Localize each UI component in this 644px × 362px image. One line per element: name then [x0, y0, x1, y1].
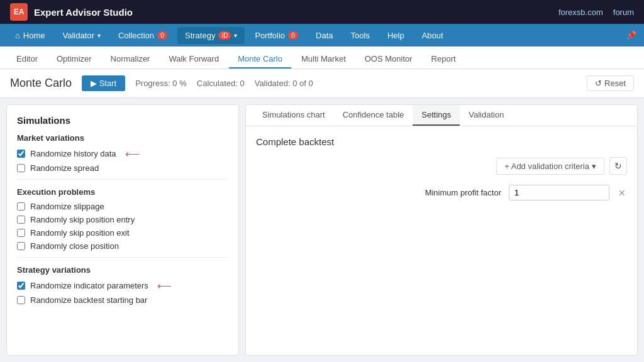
nav-item-portfolio[interactable]: Portfolio 0	[247, 27, 306, 44]
tab-normalizer[interactable]: Normalizer	[102, 50, 159, 69]
pin-icon[interactable]: 📌	[626, 30, 636, 40]
randomize-indicator-label: Randomize indicator parameters	[30, 281, 148, 290]
calculated-text: Calculated: 0	[197, 79, 245, 88]
min-profit-factor-input[interactable]	[509, 185, 609, 200]
sub-tabs: Editor Optimizer Normalizer Walk Forward…	[0, 47, 644, 69]
complete-backtest-title: Complete backtest	[256, 136, 627, 147]
tab-simulations-chart[interactable]: Simulations chart	[253, 105, 334, 126]
checkbox-randomize-slippage: Randomize slippage	[17, 202, 228, 211]
nav-item-tools[interactable]: Tools	[343, 27, 377, 44]
criteria-row: + Add validation criteria ▾ ↻	[256, 157, 627, 175]
tab-report[interactable]: Report	[423, 50, 465, 69]
min-profit-factor-label: Minimum profit factor	[425, 188, 501, 197]
checkbox-randomize-indicator: Randomize indicator parameters ⟵	[17, 280, 228, 292]
portfolio-badge: 0	[288, 31, 298, 40]
nav-item-home[interactable]: ⌂ Home	[8, 27, 53, 44]
home-icon: ⌂	[15, 31, 20, 40]
collection-badge: 0	[157, 31, 167, 40]
validated-text: Validated: 0 of 0	[255, 79, 313, 88]
page-title: Monte Carlo	[10, 77, 72, 90]
tab-oos-monitor[interactable]: OOS Monitor	[356, 50, 421, 69]
main-content: Simulations Market variations Randomize …	[0, 98, 644, 362]
nav-item-strategy[interactable]: Strategy ID ▾	[177, 27, 245, 44]
skip-exit-checkbox[interactable]	[17, 229, 25, 237]
min-profit-factor-row: Minimum profit factor ✕	[256, 185, 627, 200]
close-position-label: Randomly close position	[30, 241, 119, 251]
nav-item-collection[interactable]: Collection 0	[111, 27, 175, 44]
validator-arrow-icon: ▾	[97, 32, 101, 39]
refresh-icon: ↻	[614, 161, 622, 171]
nav-bar: ⌂ Home Validator ▾ Collection 0 Strategy…	[0, 24, 644, 47]
tab-multi-market[interactable]: Multi Market	[292, 50, 355, 69]
top-bar-left: EA Expert Advisor Studio	[10, 3, 133, 21]
left-panel: Simulations Market variations Randomize …	[6, 104, 239, 356]
skip-entry-checkbox[interactable]	[17, 216, 25, 224]
checkbox-randomize-backtest: Randomize backtest starting bar	[17, 295, 228, 305]
randomize-indicator-checkbox[interactable]	[17, 282, 25, 290]
checkbox-randomize-spread: Randomize spread	[17, 163, 228, 173]
simulations-title: Simulations	[17, 115, 228, 126]
progress-text: Progress: 0 %	[135, 79, 187, 88]
nav-item-about[interactable]: About	[414, 27, 451, 44]
skip-entry-label: Randomly skip position entry	[30, 215, 135, 224]
right-tabs: Simulations chart Confidence table Setti…	[246, 105, 637, 126]
right-panel: Simulations chart Confidence table Setti…	[245, 104, 638, 356]
page-header: Monte Carlo ▶ Start Progress: 0 % Calcul…	[0, 69, 644, 98]
indicator-arrow-indicator: ⟵	[157, 280, 172, 292]
tab-validation[interactable]: Validation	[460, 105, 513, 126]
top-bar-right: forexsb.com forum	[558, 8, 634, 17]
execution-problems-title: Execution problems	[17, 187, 228, 197]
randomize-slippage-label: Randomize slippage	[30, 202, 104, 211]
add-criteria-label: + Add validation criteria	[504, 162, 589, 171]
skip-exit-label: Randomly skip position exit	[30, 228, 130, 238]
right-content: Complete backtest + Add validation crite…	[246, 126, 637, 216]
tab-walk-forward[interactable]: Walk Forward	[160, 50, 228, 69]
strategy-variations-title: Strategy variations	[17, 265, 228, 275]
strategy-badge: ID	[218, 31, 231, 40]
randomize-spread-label: Randomize spread	[30, 163, 99, 173]
nav-item-validator[interactable]: Validator ▾	[55, 27, 108, 44]
tab-optimizer[interactable]: Optimizer	[48, 50, 101, 69]
tab-editor[interactable]: Editor	[8, 50, 47, 69]
randomize-history-label: Randomize history data	[30, 149, 116, 158]
app-title: Expert Advisor Studio	[34, 7, 133, 18]
history-arrow-indicator: ⟵	[125, 148, 140, 160]
tab-settings[interactable]: Settings	[413, 105, 460, 126]
tab-confidence-table[interactable]: Confidence table	[334, 105, 413, 126]
randomize-backtest-label: Randomize backtest starting bar	[30, 295, 147, 305]
forum-link[interactable]: forum	[613, 8, 634, 17]
forexsb-link[interactable]: forexsb.com	[558, 8, 603, 17]
checkbox-skip-exit: Randomly skip position exit	[17, 228, 228, 238]
randomize-spread-checkbox[interactable]	[17, 164, 25, 172]
refresh-button[interactable]: ↻	[609, 157, 627, 175]
reset-button[interactable]: ↺ Reset	[587, 75, 634, 91]
nav-item-help[interactable]: Help	[380, 27, 412, 44]
clear-profit-factor-button[interactable]: ✕	[617, 187, 627, 199]
add-criteria-arrow-icon: ▾	[592, 162, 596, 171]
strategy-arrow-icon: ▾	[234, 32, 237, 39]
checkbox-close-position: Randomly close position	[17, 241, 228, 251]
add-criteria-button[interactable]: + Add validation criteria ▾	[496, 158, 604, 175]
tab-monte-carlo[interactable]: Monte Carlo	[229, 50, 291, 69]
randomize-slippage-checkbox[interactable]	[17, 202, 25, 211]
close-position-checkbox[interactable]	[17, 242, 25, 250]
checkbox-skip-entry: Randomly skip position entry	[17, 215, 228, 224]
start-button[interactable]: ▶ Start	[82, 75, 125, 91]
checkbox-randomize-history: Randomize history data ⟵	[17, 148, 228, 160]
market-variations-title: Market variations	[17, 133, 228, 143]
randomize-backtest-checkbox[interactable]	[17, 296, 25, 304]
randomize-history-checkbox[interactable]	[17, 150, 25, 158]
app-logo: EA	[10, 3, 28, 21]
nav-item-data[interactable]: Data	[308, 27, 340, 44]
top-bar: EA Expert Advisor Studio forexsb.com for…	[0, 0, 644, 24]
